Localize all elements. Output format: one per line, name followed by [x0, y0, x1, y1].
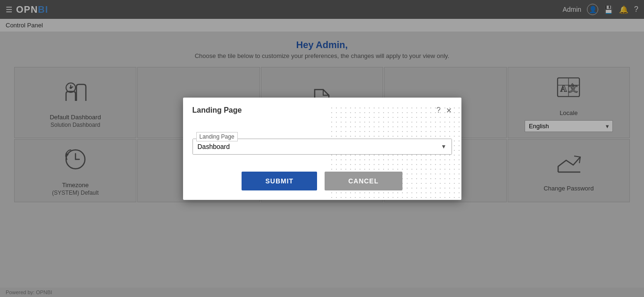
landing-page-modal: Landing Page ? × Landing Page Dashboard … — [183, 98, 461, 200]
modal-overlay[interactable]: Landing Page ? × Landing Page Dashboard … — [0, 0, 644, 297]
modal-header-icons: ? × — [436, 105, 452, 116]
modal-close-icon[interactable]: × — [446, 105, 452, 116]
submit-button[interactable]: SUBMIT — [242, 172, 317, 190]
modal-footer: SUBMIT CANCEL — [183, 164, 461, 200]
modal-help-icon[interactable]: ? — [436, 106, 441, 115]
modal-header: Landing Page ? × — [183, 98, 461, 120]
modal-body: Landing Page Dashboard Solution Dashboar… — [183, 120, 461, 164]
cancel-button[interactable]: CANCEL — [325, 172, 402, 190]
modal-title: Landing Page — [192, 106, 242, 115]
landing-page-field-label: Landing Page — [196, 132, 238, 141]
